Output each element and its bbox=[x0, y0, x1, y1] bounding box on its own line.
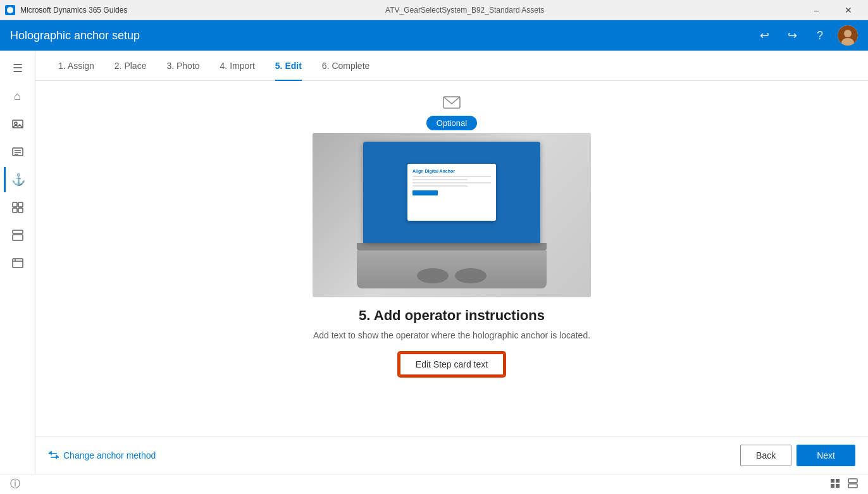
svg-point-0 bbox=[7, 7, 13, 13]
window-controls: – ✕ bbox=[802, 0, 863, 20]
hands-area bbox=[357, 250, 547, 288]
svg-rect-11 bbox=[18, 202, 23, 207]
minimize-button[interactable]: – bbox=[802, 0, 831, 20]
dialog-line-3 bbox=[412, 182, 491, 183]
sidebar-item-home[interactable]: ⌂ bbox=[5, 83, 30, 109]
user-avatar[interactable] bbox=[838, 25, 858, 46]
dialog-line-4 bbox=[412, 185, 468, 187]
step-heading: 5. Add operator instructions bbox=[359, 307, 545, 324]
undo-button[interactable]: ↩ bbox=[754, 25, 774, 46]
svg-rect-26 bbox=[831, 484, 834, 488]
info-button[interactable]: ⓘ bbox=[8, 475, 23, 493]
sidebar-item-text[interactable] bbox=[5, 139, 30, 164]
dialog-title: Align Digital Anchor bbox=[412, 169, 491, 173]
svg-rect-12 bbox=[13, 208, 17, 213]
app-header: Holographic anchor setup ↩ ↪ ? bbox=[0, 20, 868, 51]
sidebar-item-media[interactable] bbox=[5, 250, 30, 276]
title-bar-left: Microsoft Dynamics 365 Guides bbox=[5, 5, 127, 15]
sidebar-item-image[interactable] bbox=[5, 111, 30, 137]
tab-assign[interactable]: 1. Assign bbox=[48, 51, 104, 81]
tab-import[interactable]: 4. Import bbox=[210, 51, 265, 81]
tabs-bar: 1. Assign 2. Place 3. Photo 4. Import 5.… bbox=[35, 51, 868, 81]
main-layout: ☰ ⌂ ⚓ 1. Assign 2. Place 3. Photo 4. Imp… bbox=[0, 51, 868, 474]
list-view-button[interactable] bbox=[845, 476, 860, 493]
document-title: ATV_GearSelectSystem_B92_Standard Assets bbox=[385, 6, 544, 15]
laptop-screen: Align Digital Anchor bbox=[363, 142, 540, 243]
title-bar: Microsoft Dynamics 365 Guides ATV_GearSe… bbox=[0, 0, 868, 20]
sidebar-item-anchor[interactable]: ⚓ bbox=[4, 167, 31, 192]
header-actions: ↩ ↪ ? bbox=[754, 25, 858, 46]
tab-photo[interactable]: 3. Photo bbox=[156, 51, 209, 81]
laptop-base bbox=[357, 243, 547, 250]
step-description: Add text to show the operator where the … bbox=[313, 330, 590, 340]
sidebar-item-layout[interactable] bbox=[5, 223, 30, 248]
sidebar-item-steps[interactable] bbox=[5, 195, 30, 220]
change-anchor-label: Change anchor method bbox=[63, 450, 156, 460]
dialog-btn bbox=[412, 190, 438, 195]
svg-rect-16 bbox=[13, 259, 23, 268]
edit-step-card-button[interactable]: Edit Step card text bbox=[399, 353, 504, 376]
grid-view-button[interactable] bbox=[828, 476, 843, 493]
svg-rect-15 bbox=[13, 235, 23, 240]
envelope-icon bbox=[443, 96, 461, 112]
optional-badge-container: Optional bbox=[426, 96, 477, 130]
tab-complete[interactable]: 6. Complete bbox=[312, 51, 380, 81]
help-button[interactable]: ? bbox=[810, 25, 830, 46]
optional-badge: Optional bbox=[426, 116, 477, 130]
svg-rect-24 bbox=[831, 479, 834, 483]
svg-rect-14 bbox=[13, 230, 23, 233]
content-area: 1. Assign 2. Place 3. Photo 4. Import 5.… bbox=[35, 51, 868, 474]
next-button[interactable]: Next bbox=[797, 445, 855, 466]
sidebar-item-menu[interactable]: ☰ bbox=[5, 56, 30, 81]
tab-edit[interactable]: 5. Edit bbox=[265, 51, 312, 81]
edit-btn-container: Edit Step card text bbox=[399, 353, 504, 376]
dialog-line-1 bbox=[412, 176, 491, 177]
laptop-illustration: Align Digital Anchor bbox=[313, 133, 591, 297]
laptop-wrapper: Align Digital Anchor bbox=[357, 142, 547, 288]
footer: Change anchor method Back Next bbox=[35, 436, 868, 474]
redo-button[interactable]: ↪ bbox=[782, 25, 802, 46]
svg-rect-28 bbox=[848, 479, 857, 483]
bottom-bar: ⓘ bbox=[0, 474, 868, 494]
step-image: Align Digital Anchor bbox=[313, 133, 591, 297]
tab-place[interactable]: 2. Place bbox=[104, 51, 157, 81]
dialog-box: Align Digital Anchor bbox=[407, 164, 496, 221]
svg-point-20 bbox=[417, 268, 449, 283]
footer-nav: Back Next bbox=[740, 445, 855, 466]
svg-rect-10 bbox=[13, 202, 17, 207]
sidebar: ☰ ⌂ ⚓ bbox=[0, 51, 35, 474]
svg-point-2 bbox=[844, 30, 852, 37]
svg-rect-27 bbox=[836, 484, 840, 488]
back-button[interactable]: Back bbox=[740, 445, 791, 466]
app-header-title: Holographic anchor setup bbox=[10, 29, 140, 42]
page-content: Optional Align Digital Anchor bbox=[35, 81, 868, 436]
dialog-line-2 bbox=[412, 179, 468, 180]
svg-rect-25 bbox=[836, 479, 840, 483]
app-icon bbox=[5, 5, 15, 15]
svg-rect-29 bbox=[848, 484, 857, 488]
bottom-bar-right bbox=[828, 476, 860, 493]
close-button[interactable]: ✕ bbox=[834, 0, 863, 20]
svg-rect-13 bbox=[18, 208, 23, 213]
app-name: Microsoft Dynamics 365 Guides bbox=[20, 6, 127, 15]
change-anchor-button[interactable]: Change anchor method bbox=[48, 450, 156, 460]
svg-point-21 bbox=[455, 268, 487, 283]
